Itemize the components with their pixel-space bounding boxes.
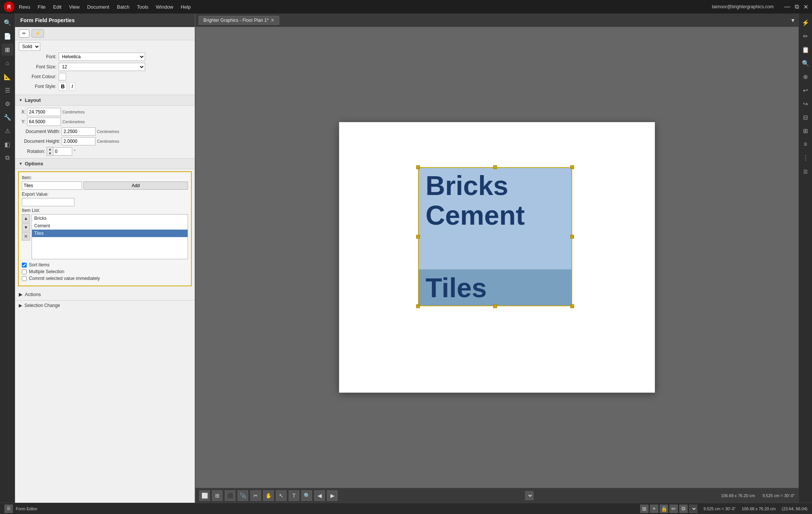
menu-revu[interactable]: Revu — [19, 4, 30, 10]
menu-help[interactable]: Help — [181, 4, 191, 10]
doc-width-input[interactable] — [62, 127, 95, 136]
handle-top-center[interactable] — [493, 165, 497, 169]
status-menu-icon[interactable]: ☰ — [5, 505, 13, 513]
pen-icon: ✏ — [22, 31, 26, 36]
tool-wrench[interactable]: 🔧 — [2, 111, 14, 123]
font-size-select[interactable]: 12 — [59, 63, 145, 71]
right-tool-2[interactable]: ✏ — [800, 30, 812, 42]
tool-document[interactable]: 📄 — [2, 30, 14, 42]
rotation-input[interactable] — [53, 147, 72, 156]
menu-batch[interactable]: Batch — [117, 4, 129, 10]
x-input[interactable] — [27, 108, 61, 116]
right-tool-7[interactable]: ↪ — [800, 98, 812, 110]
font-colour-picker[interactable] — [59, 73, 66, 80]
item-text-input[interactable] — [22, 181, 82, 190]
doc-height-input[interactable] — [62, 137, 95, 145]
maximize-button[interactable]: ⧉ — [795, 3, 799, 11]
handle-middle-left[interactable] — [416, 235, 420, 239]
menu-tools[interactable]: Tools — [137, 4, 148, 10]
menu-view[interactable]: View — [69, 4, 80, 10]
tool-prev[interactable]: ◀ — [314, 490, 325, 501]
commit-checkbox[interactable] — [22, 276, 27, 281]
italic-button[interactable]: I — [69, 82, 75, 91]
border-style-select[interactable]: Solid — [19, 42, 40, 51]
tool-alert[interactable]: ⚠ — [2, 125, 14, 137]
right-tool-12[interactable]: ≣ — [800, 165, 812, 177]
menu-document[interactable]: Document — [87, 4, 109, 10]
tool-settings[interactable]: ⚙ — [2, 98, 14, 110]
list-item-cement[interactable]: Cement — [32, 222, 188, 230]
tab-close-icon[interactable]: ✕ — [271, 18, 274, 23]
status-pen-icon[interactable]: ✏ — [670, 505, 678, 513]
actions-section-header[interactable]: ▶ Actions — [15, 289, 195, 300]
tool-split-h[interactable]: ⊞ — [212, 490, 223, 501]
status-lock-icon[interactable]: 🔒 — [660, 505, 668, 513]
tool-zoom[interactable]: 🔍 — [301, 490, 312, 501]
item-list[interactable]: Bricks Cement Tiles — [32, 214, 188, 259]
tool-search[interactable]: 🔍 — [2, 17, 14, 29]
status-editor-label: Form Editor — [16, 506, 37, 511]
tool-text[interactable]: T — [289, 490, 299, 501]
right-tool-9[interactable]: ⊞ — [800, 125, 812, 137]
status-layers-icon[interactable]: ⧉ — [679, 505, 688, 513]
move-up-button[interactable]: ▲ — [22, 214, 30, 222]
menu-file[interactable]: File — [38, 4, 45, 10]
handle-bottom-left[interactable] — [416, 304, 420, 308]
menu-edit[interactable]: Edit — [53, 4, 61, 10]
tool-rect[interactable]: ⬜ — [199, 490, 210, 501]
tool-home[interactable]: ⌂ — [2, 57, 14, 69]
tool-clip[interactable]: 📎 — [238, 490, 248, 501]
tool-grid[interactable]: ⊞ — [2, 44, 14, 56]
list-item-tiles[interactable]: Tiles — [32, 230, 188, 237]
status-snap-icon[interactable]: ⌖ — [650, 505, 658, 513]
handle-bottom-right[interactable] — [570, 304, 574, 308]
right-tool-11[interactable]: ⋮ — [800, 152, 812, 164]
multiple-selection-checkbox[interactable] — [22, 269, 27, 274]
right-tool-3[interactable]: 📋 — [800, 44, 812, 56]
right-tool-4[interactable]: 🔍 — [800, 57, 812, 69]
layout-section-header[interactable]: ▼ Layout — [15, 95, 195, 106]
status-dropdown[interactable] — [689, 505, 697, 513]
export-value-input[interactable] — [22, 198, 74, 206]
lightning-tab[interactable]: ⚡ — [32, 29, 44, 38]
handle-middle-right[interactable] — [570, 235, 574, 239]
handle-bottom-center[interactable] — [493, 304, 497, 308]
rotation-up-arrow[interactable]: ▲ — [47, 147, 53, 151]
minimize-button[interactable]: — — [784, 3, 790, 11]
tabs-expand-button[interactable]: ▼ — [790, 17, 795, 23]
handle-top-left[interactable] — [416, 165, 420, 169]
right-tool-6[interactable]: ↩ — [800, 84, 812, 96]
status-grid-icon[interactable]: ⊞ — [640, 505, 648, 513]
add-button[interactable]: Add — [83, 181, 188, 190]
tool-layers[interactable]: ⧉ — [2, 152, 14, 164]
tool-split-v[interactable]: ⬛ — [225, 490, 235, 501]
tool-select[interactable]: ↖ — [276, 490, 286, 501]
options-section-header[interactable]: ▼ Options — [15, 158, 195, 169]
document-tab[interactable]: Brighter Graphics - Floor Plan 1* ✕ — [198, 16, 279, 25]
sort-items-checkbox[interactable] — [22, 263, 27, 268]
close-button[interactable]: ✕ — [803, 3, 808, 11]
tool-measure[interactable]: 📐 — [2, 71, 14, 83]
bold-button[interactable]: B — [59, 82, 67, 91]
menu-window[interactable]: Window — [156, 4, 173, 10]
list-item-bricks[interactable]: Bricks — [32, 215, 188, 222]
tool-pages[interactable]: ◧ — [2, 138, 14, 150]
right-tool-1[interactable]: ⚡ — [800, 17, 812, 29]
tool-list[interactable]: ☰ — [2, 84, 14, 96]
tool-next[interactable]: ▶ — [327, 490, 338, 501]
handle-top-right[interactable] — [570, 165, 574, 169]
tool-cut[interactable]: ✂ — [250, 490, 261, 501]
rotation-down-arrow[interactable]: ▼ — [47, 151, 53, 156]
selection-change-item[interactable]: ▶ Selection Change — [15, 300, 195, 310]
move-down-button[interactable]: ▼ — [22, 223, 30, 231]
dropdown-widget[interactable]: Bricks Cement Tiles — [418, 167, 572, 306]
delete-item-button[interactable]: ✕ — [22, 232, 30, 240]
pen-tab[interactable]: ✏ — [19, 29, 29, 38]
right-tool-5[interactable]: ⊕ — [800, 71, 812, 83]
right-tool-10[interactable]: ≡ — [800, 138, 812, 150]
zoom-select[interactable] — [525, 491, 533, 500]
font-select[interactable]: Helvetica — [59, 53, 145, 61]
right-tool-8[interactable]: ⊟ — [800, 111, 812, 123]
tool-pan[interactable]: ✋ — [263, 490, 274, 501]
y-input[interactable] — [27, 118, 61, 126]
